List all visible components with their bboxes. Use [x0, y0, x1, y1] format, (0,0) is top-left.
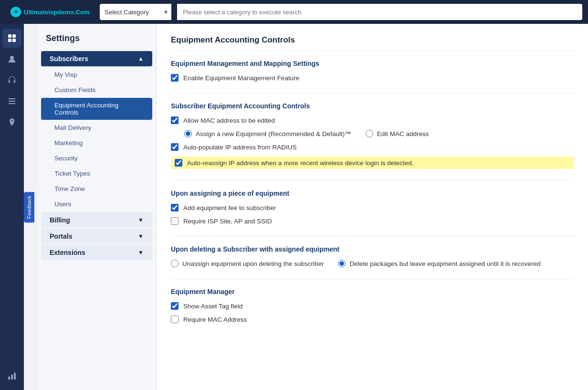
section-subscriber-equipment-title: Subscriber Equipment Accounting Controls: [171, 102, 574, 110]
sidebar-item-my-visp[interactable]: My Visp: [41, 67, 152, 82]
show-asset-tag-label: Show Asset Tag field: [183, 303, 242, 310]
svg-rect-0: [8, 34, 11, 38]
sidebar-group-subscribers-label: Subscribers: [50, 55, 88, 63]
sidebar-group-subscribers[interactable]: Subscribers ▲: [41, 51, 152, 66]
chevron-down-icon: ▼: [138, 249, 144, 256]
main-content: Equipment Accounting Controls Equipment …: [157, 24, 588, 390]
svg-rect-1: [12, 34, 16, 38]
sidebar-item-time-zone[interactable]: Time Zone: [41, 181, 152, 196]
svg-rect-10: [14, 373, 16, 379]
sidebar-group-extensions[interactable]: Extensions ▼: [41, 245, 152, 260]
radio-delete-packages-label: Delete packages but leave equipment assi…: [349, 260, 540, 267]
svg-rect-2: [8, 39, 11, 42]
radio-delete-packages: Delete packages but leave equipment assi…: [338, 260, 540, 267]
sidebar-item-custom-fields[interactable]: Custom Fields: [41, 83, 152, 97]
main-layout: Feedback Settings Subscribers ▲ My Visp …: [0, 24, 588, 390]
radio-unassign: Unassign equipment upon deleting the sub…: [171, 260, 324, 267]
radio-unassign-label: Unassign equipment upon deleting the sub…: [182, 260, 324, 267]
feedback-sidebar: Feedback: [24, 24, 37, 390]
nav-location-icon[interactable]: [2, 113, 21, 132]
sidebar-item-users[interactable]: Users: [41, 197, 152, 211]
search-input[interactable]: [177, 4, 582, 20]
sidebar-group-portals-label: Portals: [50, 232, 72, 240]
chevron-down-icon: ▼: [138, 217, 144, 223]
checkbox-allow-mac: Allow MAC address to be edited: [171, 116, 574, 124]
sidebar-group-extensions-label: Extensions: [50, 249, 85, 256]
radio-group-assign: Assign a new Equipment (Recommended & De…: [184, 130, 574, 137]
nav-headset-icon[interactable]: [2, 71, 21, 90]
top-nav: ✦ Ultimateispdemo.Com Select CategorySub…: [0, 0, 588, 24]
auto-populate-checkbox[interactable]: [171, 143, 178, 151]
section-subscriber-equipment: Subscriber Equipment Accounting Controls…: [171, 102, 574, 169]
radio-edit-mac-label: Edit MAC address: [377, 130, 429, 137]
nav-chart-icon[interactable]: [2, 366, 21, 385]
section-equipment-management: Equipment Management and Mapping Setting…: [171, 60, 574, 82]
sidebar-group-billing-label: Billing: [50, 216, 70, 224]
auto-populate-label: Auto-populate IP address from RADIUS: [183, 144, 297, 151]
category-select[interactable]: Select CategorySubscribersBillingPortals…: [105, 9, 167, 16]
sidebar-item-mail-delivery[interactable]: Mail Delivery: [41, 120, 152, 135]
auto-reassign-label: Auto-reassign IP address when a more rec…: [187, 159, 414, 167]
radio-delete-packages-input[interactable]: [338, 260, 346, 267]
radio-group-delete: Unassign equipment upon deleting the sub…: [171, 260, 574, 267]
checkbox-add-equipment-fee: Add equipment fee to subscriber: [171, 204, 574, 211]
settings-sidebar: Settings Subscribers ▲ My Visp Custom Fi…: [37, 24, 157, 390]
radio-edit-mac: Edit MAC address: [366, 130, 429, 137]
enable-equipment-checkbox[interactable]: [171, 74, 178, 82]
nav-grid-icon[interactable]: [2, 29, 21, 48]
svg-point-4: [10, 56, 14, 60]
settings-title: Settings: [37, 29, 156, 50]
nav-list-icon[interactable]: [2, 92, 21, 111]
logo-icon: ✦: [10, 7, 21, 17]
checkbox-require-isp: Require ISP Site, AP and SSID: [171, 217, 574, 225]
allow-mac-checkbox[interactable]: [171, 116, 178, 124]
section-upon-deleting: Upon deleting a Subscriber with assigned…: [171, 245, 574, 267]
checkbox-auto-populate: Auto-populate IP address from RADIUS: [171, 143, 574, 151]
sidebar-group-billing[interactable]: Billing ▼: [41, 212, 152, 228]
radio-unassign-input[interactable]: [171, 260, 178, 267]
logo: ✦ Ultimateispdemo.Com: [6, 4, 94, 20]
checkbox-require-mac: Require MAC Address: [171, 316, 574, 323]
chevron-down-icon: ▼: [138, 233, 144, 240]
radio-edit-mac-input[interactable]: [366, 130, 373, 137]
page-title: Equipment Accounting Controls: [171, 35, 574, 51]
auto-reassign-checkbox[interactable]: [175, 159, 182, 167]
category-select-wrapper: Select CategorySubscribersBillingPortals…: [100, 4, 171, 20]
nav-user-icon[interactable]: [2, 50, 21, 69]
section-upon-deleting-title: Upon deleting a Subscriber with assigned…: [171, 245, 574, 253]
require-isp-checkbox[interactable]: [171, 217, 178, 225]
add-equipment-fee-checkbox[interactable]: [171, 204, 178, 211]
svg-rect-6: [9, 101, 15, 102]
sidebar-item-equipment-accounting[interactable]: Equipment Accounting Controls: [41, 98, 152, 120]
require-mac-checkbox[interactable]: [171, 316, 178, 323]
allow-mac-label: Allow MAC address to be edited: [183, 117, 275, 124]
enable-equipment-label: Enable Equipment Management Feature: [183, 74, 299, 82]
section-equipment-manager-title: Equipment Manager: [171, 288, 574, 295]
subscribers-items: My Visp Custom Fields Equipment Accounti…: [37, 67, 156, 211]
section-upon-assigning-title: Upon assigning a piece of equipment: [171, 190, 574, 197]
checkbox-auto-reassign: Auto-reassign IP address when a more rec…: [171, 157, 574, 169]
svg-rect-7: [9, 103, 15, 104]
feedback-button[interactable]: Feedback: [24, 191, 34, 222]
icon-rail: [0, 24, 24, 390]
sidebar-item-marketing[interactable]: Marketing: [41, 136, 152, 150]
section-equipment-management-title: Equipment Management and Mapping Setting…: [171, 60, 574, 67]
sidebar-group-portals[interactable]: Portals ▼: [41, 229, 152, 244]
checkbox-show-asset-tag: Show Asset Tag field: [171, 302, 574, 310]
sidebar-item-ticket-types[interactable]: Ticket Types: [41, 166, 152, 181]
require-isp-label: Require ISP Site, AP and SSID: [183, 218, 272, 225]
sidebar-item-security[interactable]: Security: [41, 151, 152, 166]
section-upon-assigning: Upon assigning a piece of equipment Add …: [171, 190, 574, 225]
svg-rect-5: [9, 98, 15, 99]
svg-rect-3: [12, 39, 16, 42]
add-equipment-fee-label: Add equipment fee to subscriber: [183, 204, 276, 211]
checkbox-enable-equipment: Enable Equipment Management Feature: [171, 74, 574, 82]
radio-assign-new-label: Assign a new Equipment (Recommended & De…: [196, 130, 351, 137]
logo-text: Ultimateispdemo.Com: [24, 9, 89, 16]
require-mac-label: Require MAC Address: [183, 316, 247, 323]
radio-assign-new-input[interactable]: [184, 130, 192, 137]
svg-rect-8: [8, 377, 10, 379]
chevron-up-icon: ▲: [138, 55, 144, 62]
section-equipment-manager: Equipment Manager Show Asset Tag field R…: [171, 288, 574, 323]
show-asset-tag-checkbox[interactable]: [171, 302, 178, 310]
